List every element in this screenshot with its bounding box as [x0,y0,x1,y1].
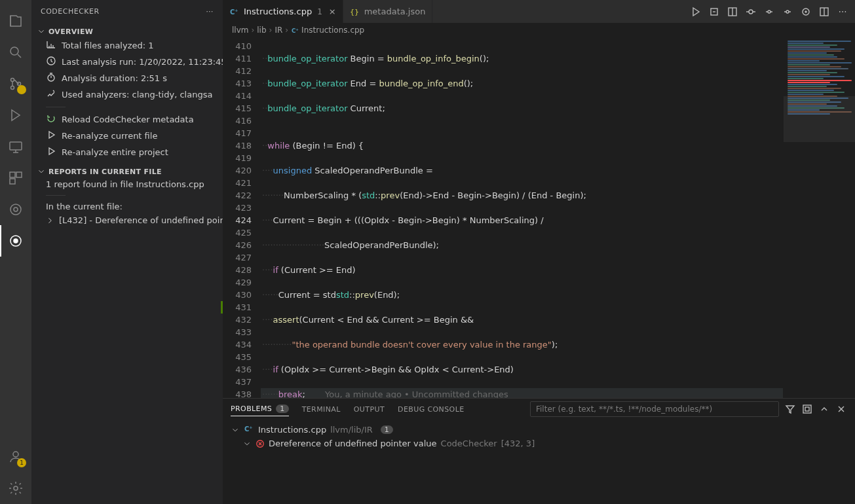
split-icon[interactable] [727,6,738,18]
svg-point-21 [786,10,789,13]
git-lens: You, a minute ago • Uncommitted changes [325,389,508,398]
close-icon[interactable]: × [329,7,336,16]
panel-tabs: PROBLEMS1 TERMINAL OUTPUT DEBUG CONSOLE [223,399,855,420]
debug-alt-icon[interactable] [708,6,720,18]
svg-point-12 [14,486,18,490]
svg-rect-5 [10,172,15,177]
svg-rect-26 [803,405,811,413]
reports-found: 1 report found in file Instructions.cpp [31,177,223,191]
sidebar: CODECHECKER ⋯ OVERVIEW Total files analy… [31,0,223,504]
run-icon[interactable] [690,6,702,18]
svg-text:{}: {} [350,8,359,16]
problems-file-path: llvm/lib/IR [330,425,373,435]
svg-text:C⁺: C⁺ [230,9,238,16]
svg-point-19 [749,10,753,14]
more-icon[interactable]: ⋯ [837,6,848,18]
sidebar-title-text: CODECHECKER [41,7,100,16]
tab-label: Instructions.cpp [244,7,312,16]
problems-count-badge: 1 [276,405,288,413]
problems-file-name: Instructions.cpp [258,425,326,435]
layout-icon[interactable] [818,6,830,18]
sidebar-title: CODECHECKER ⋯ [31,0,223,23]
collapse-icon[interactable] [801,403,813,415]
problem-source: CodeChecker [441,439,497,448]
commit-fwd-icon[interactable] [782,6,793,18]
svg-rect-27 [805,407,809,411]
overview-reanalyze-file[interactable]: Re-analyze current file [31,128,223,144]
svg-point-10 [14,239,18,243]
reports-header[interactable]: REPORTS IN CURRENT FILE [31,166,223,177]
svg-rect-7 [10,179,15,184]
editor-area: C⁺ Instructions.cpp 1 × {} metadata.json… [223,0,855,504]
activity-remote-icon[interactable] [0,131,31,162]
svg-point-20 [768,10,770,13]
panel-debug-tab[interactable]: DEBUG CONSOLE [398,403,465,416]
problems-filter-input[interactable] [530,401,779,417]
svg-rect-4 [10,142,22,150]
svg-point-1 [11,79,14,82]
activity-account-icon[interactable]: 1 [0,441,31,473]
commit-icon[interactable] [745,6,757,18]
activity-settings-icon[interactable] [0,473,31,504]
tab-instructions-cpp[interactable]: C⁺ Instructions.cpp 1 × [223,0,343,23]
svg-point-0 [10,47,18,55]
code-content[interactable]: ··bundle_op_iterator Begin = bundle_op_i… [261,37,783,398]
problem-location: [432, 3] [501,439,535,448]
reports-in-file: In the current file: [31,200,223,213]
panel: PROBLEMS1 TERMINAL OUTPUT DEBUG CONSOLE … [223,398,855,504]
activity-bar: 1 [0,0,31,504]
close-panel-icon[interactable] [835,403,847,415]
overview-header[interactable]: OVERVIEW [31,26,223,37]
line-numbers: 4104114124134144154164174184194204214224… [223,37,261,398]
overview-reanalyze-project[interactable]: Re-analyze entire project [31,144,223,160]
overview-lastrun: Last analysis run: 1/20/2022, 11:23:45 .… [31,54,223,70]
problem-message: Dereference of undefined pointer value [269,439,437,448]
app-root: 1 CODECHECKER ⋯ OVERVIEW Total files ana… [0,0,855,504]
svg-text:C⁺: C⁺ [244,425,253,433]
overview-total: Total files analyzed: 1 [31,37,223,54]
overview-label: OVERVIEW [48,27,93,36]
activity-liveshare-icon[interactable] [0,194,31,225]
tab-metadata-json[interactable]: {} metadata.json [343,0,433,23]
reports-section: REPORTS IN CURRENT FILE 1 report found i… [31,163,223,230]
report-item[interactable]: [L432] - Dereference of undefined poin..… [31,213,223,227]
svg-point-8 [14,207,18,211]
editor-tabs: C⁺ Instructions.cpp 1 × {} metadata.json… [223,0,855,23]
filter-icon[interactable] [784,403,796,415]
svg-point-11 [13,452,18,457]
problems-list: C⁺ Instructions.cpp llvm/lib/IR 1 Derefe… [223,420,855,504]
minimap[interactable] [783,37,855,398]
reports-label: REPORTS IN CURRENT FILE [48,168,162,176]
overview-reload[interactable]: Reload CodeChecker metadata [31,111,223,128]
svg-point-23 [805,11,807,12]
overview-duration: Analysis duration: 2:51 s [31,70,223,86]
editor-actions: ⋯ [690,0,855,23]
svg-text:C⁺: C⁺ [292,27,299,34]
overview-analyzers: Used analyzers: clang-tidy, clangsa [31,86,223,103]
activity-extensions-icon[interactable] [0,162,31,194]
account-badge: 1 [17,458,26,467]
panel-terminal-tab[interactable]: TERMINAL [302,403,341,416]
activity-run-icon[interactable] [0,99,31,131]
error-icon [256,439,265,448]
commit-back-icon[interactable] [763,6,775,18]
target-icon[interactable] [800,6,812,18]
breadcrumb[interactable]: llvm› lib› IR› C⁺ Instructions.cpp [223,23,855,37]
svg-point-2 [11,86,14,90]
problems-file-row[interactable]: C⁺ Instructions.cpp llvm/lib/IR 1 [231,422,847,437]
overview-section: OVERVIEW Total files analyzed: 1 Last an… [31,23,223,163]
editor[interactable]: 4104114124134144154164174184194204214224… [223,37,855,398]
svg-rect-6 [16,172,22,177]
activity-search-icon[interactable] [0,37,31,68]
tab-problem-count: 1 [317,7,322,16]
panel-output-tab[interactable]: OUTPUT [354,403,385,416]
activity-scm-icon[interactable] [0,68,31,99]
problem-item[interactable]: Dereference of undefined pointer value C… [231,437,847,450]
sidebar-more-icon[interactable]: ⋯ [206,7,214,16]
activity-explorer-icon[interactable] [0,5,31,37]
scm-badge [17,85,26,94]
activity-codechecker-icon[interactable] [0,225,31,257]
chevron-up-icon[interactable] [818,403,830,415]
panel-problems-tab[interactable]: PROBLEMS1 [231,402,289,416]
problems-file-count: 1 [381,425,393,434]
